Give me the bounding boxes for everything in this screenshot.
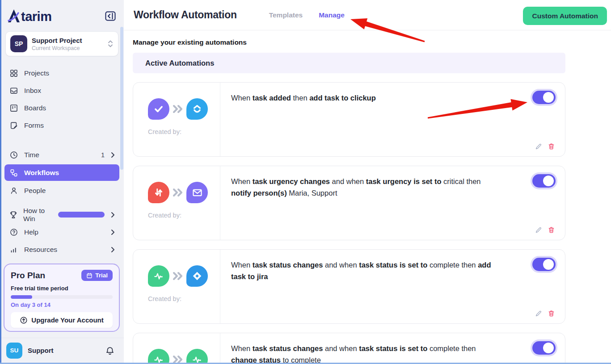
sidebar-item-label: Inbox (24, 87, 41, 95)
automation-rule-text: When task status changes and when task s… (231, 259, 498, 282)
user-avatar: SU (6, 343, 22, 359)
trial-progress-fill (11, 295, 32, 299)
sidebar-item-label: Projects (24, 69, 49, 77)
forms-icon (9, 121, 19, 130)
nav-spacer (4, 199, 119, 206)
tab-templates[interactable]: Templates (269, 11, 303, 19)
sidebar-item-time[interactable]: Time 1 (4, 146, 119, 163)
automation-card-icons: Created by: (133, 250, 220, 323)
trial-badge-label: Trial (95, 272, 108, 279)
automation-card: Created by: When task status changes and… (133, 333, 565, 364)
automation-card: Created by: When task added then add tas… (133, 82, 565, 157)
automation-card-body: When task status changes and when task s… (220, 250, 565, 323)
sidebar-item-label: Workflows (24, 169, 59, 177)
sidebar-item-inbox[interactable]: Inbox (4, 82, 119, 99)
edit-automation-icon[interactable] (534, 226, 542, 234)
trial-progress-label: On day 3 of 14 (11, 301, 113, 308)
boards-icon (9, 103, 19, 113)
pulse-icon (148, 349, 169, 364)
mail-icon (186, 182, 208, 203)
automation-rule-text: When task urgency changes and when task … (231, 176, 498, 199)
sidebar-item-label: Boards (24, 104, 46, 112)
automation-card-icons: Created by: (133, 83, 220, 156)
trophy-icon (9, 210, 18, 220)
automation-card-icons: Created by: (133, 166, 220, 240)
pulse-icon (148, 265, 169, 287)
sidebar-item-projects[interactable]: Projects (4, 64, 119, 82)
automation-toggle[interactable] (532, 91, 556, 104)
automation-rule-text: When task added then add task to clickup (231, 92, 498, 104)
workspace-avatar: SP (10, 35, 27, 52)
jira-icon (186, 265, 208, 287)
main-body: Manage your existing automations Active … (124, 30, 611, 364)
pulse-icon (186, 349, 208, 364)
delete-automation-icon[interactable] (547, 142, 555, 151)
bell-icon[interactable] (105, 345, 115, 356)
chevron-right-icon (111, 247, 115, 253)
automation-card: Created by: When task status changes and… (133, 249, 565, 324)
sidebar-item-help[interactable]: Help (4, 223, 119, 241)
user-name: Support (28, 347, 100, 354)
sidebar-item-forms[interactable]: Forms (4, 117, 119, 134)
sidebar-item-workflows[interactable]: Workflows (4, 164, 119, 181)
arrows-updown-icon (148, 182, 169, 203)
main-header: Workflow Automation Templates Manage Cus… (124, 0, 611, 30)
calendar-icon (86, 272, 93, 279)
tab-bar: Templates Manage (269, 11, 345, 19)
time-count-badge: 1 (101, 151, 105, 159)
trial-subtitle: Free trial time period (11, 285, 113, 292)
automation-rule-text: When task status changes and when task s… (231, 343, 498, 364)
app-window: tarim SP Support Project Current Workspa… (0, 0, 611, 364)
window-edge-left (0, 0, 1, 364)
arrow-up-circle-icon (20, 316, 28, 324)
chevron-right-icon (111, 212, 115, 218)
sidebar-item-how-to-win[interactable]: How to Win (4, 206, 119, 223)
projects-icon (9, 68, 19, 78)
automation-toggle[interactable] (532, 341, 556, 355)
help-icon (9, 227, 19, 237)
workspace-selector[interactable]: SP Support Project Current Workspace (5, 31, 118, 56)
active-automations-bar: Active Automations (133, 53, 565, 73)
toggle-knob (543, 259, 554, 270)
delete-automation-icon[interactable] (547, 310, 555, 318)
collapse-sidebar-icon[interactable] (105, 11, 116, 21)
toggle-knob (543, 176, 554, 186)
tab-manage[interactable]: Manage (319, 11, 345, 19)
atarim-logo: tarim (7, 9, 51, 23)
pro-plan-title: Pro Plan (11, 271, 45, 280)
workspace-texts: Support Project Current Workspace (32, 37, 103, 51)
delete-automation-icon[interactable] (547, 226, 555, 234)
inbox-icon (9, 86, 19, 96)
sidebar-item-people[interactable]: People (4, 182, 119, 199)
upgrade-account-button[interactable]: Upgrade Your Account (11, 312, 113, 328)
edit-automation-icon[interactable] (534, 142, 542, 151)
custom-automation-button[interactable]: Custom Automation (523, 7, 607, 25)
toggle-knob (543, 92, 554, 103)
sidebar-item-label: How to Win (23, 207, 50, 223)
double-chevron-icon (172, 187, 184, 198)
sidebar-item-label: Resources (24, 246, 57, 254)
clickup-icon (186, 98, 208, 120)
automation-card-body: When task urgency changes and when task … (220, 166, 565, 240)
sidebar-item-label: Time (24, 151, 39, 159)
sidebar-item-label: People (24, 187, 46, 195)
active-automations-title: Active Automations (145, 59, 214, 67)
automation-card: Created by: When task urgency changes an… (133, 166, 565, 240)
check-icon (148, 98, 169, 120)
manage-subtitle: Manage your existing automations (133, 38, 611, 46)
workspace-subtitle: Current Workspace (32, 45, 103, 51)
card-actions (534, 142, 555, 151)
sidebar-item-boards[interactable]: Boards (4, 99, 119, 117)
automation-toggle[interactable] (532, 258, 556, 271)
logo-text: tarim (21, 10, 51, 23)
chevron-right-icon (111, 229, 115, 235)
sidebar-scrollbar[interactable] (120, 27, 123, 170)
sidebar-item-resources[interactable]: Resources (4, 241, 119, 258)
user-bar: SU Support (0, 338, 124, 363)
edit-automation-icon[interactable] (534, 310, 542, 318)
workspace-name: Support Project (32, 37, 103, 44)
double-chevron-icon (172, 271, 184, 281)
created-by-label: Created by: (148, 212, 220, 219)
automation-toggle[interactable] (532, 174, 556, 188)
created-by-label: Created by: (148, 295, 220, 302)
